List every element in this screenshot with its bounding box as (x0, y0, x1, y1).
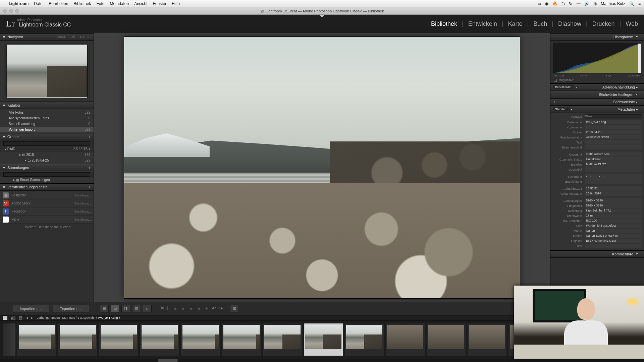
navigator-header[interactable]: Navigator Einpa. Ausfü. 1:1 3:1 (0, 33, 94, 41)
keyword-add-icon[interactable]: + (553, 99, 556, 105)
app-menu[interactable]: Lightroom (9, 1, 29, 6)
status-siri-icon[interactable]: ◎ (593, 1, 597, 6)
metadata-row[interactable]: Copyright-StatusUnbekannt (550, 157, 644, 162)
filmstrip-thumb[interactable] (468, 323, 506, 356)
status-user[interactable]: Matthias Butz (601, 1, 625, 6)
module-drucken[interactable]: Drucken (592, 20, 615, 27)
menu-datei[interactable]: Datei (34, 1, 43, 6)
main-display-icon[interactable] (3, 316, 7, 320)
nav-fit[interactable]: Einpa. (57, 35, 66, 39)
metadata-row[interactable]: Freigestellt5760 × 3840 (550, 203, 644, 208)
publish-service-row[interactable]: fFacebookEinrichten… (0, 207, 94, 216)
metadata-row[interactable]: BlitzWurde nicht ausgelöst (550, 223, 644, 228)
rotate-cw-icon[interactable]: ↷ (218, 305, 223, 312)
panel-collapse-top-icon[interactable] (319, 15, 325, 17)
nav-fwd-icon[interactable]: ▸ (31, 315, 33, 320)
publish-service-row[interactable]: ••FlickrEinrichten… (0, 216, 94, 224)
filmstrip-thumb[interactable] (181, 323, 220, 356)
metadata-header[interactable]: Standard▾ Metadaten (550, 106, 644, 113)
metadata-row[interactable]: Abmessungen5760 × 3840 (550, 198, 644, 203)
filmstrip-thumb[interactable] (140, 323, 179, 356)
katalog-row[interactable]: Alle Fotos322 (0, 110, 94, 115)
menu-bibliothek[interactable]: Bibliothek (73, 1, 91, 6)
status-spotlight-icon[interactable]: 🔍 (629, 1, 634, 6)
window-traffic-lights[interactable] (3, 9, 19, 13)
filmstrip-thumb[interactable] (345, 323, 384, 356)
second-display-icon[interactable]: 2 (11, 316, 15, 320)
metadata-row[interactable]: ObjektivEF17-40mm f/4L USM (550, 238, 644, 243)
nav-3to1[interactable]: 3:1 (87, 35, 91, 39)
view-compare-button[interactable]: ◨ (121, 305, 130, 312)
status-cc-icon[interactable]: ◉ (545, 1, 548, 6)
filmstrip-thumb[interactable] (99, 323, 138, 356)
metadata-row[interactable]: Belichtung¹⁄₃₂₀ Sek. bei f / 7,1 (550, 208, 644, 213)
katalog-row[interactable]: Schnellsammlung +0 (0, 121, 94, 127)
metadata-row[interactable]: ISO-Empfindl.ISO 100 (550, 218, 644, 223)
katalog-row[interactable]: Alle synchronisierten Fotos0 (0, 115, 94, 121)
filmstrip-stack-left[interactable] (3, 323, 15, 356)
metadata-row[interactable]: GPS (550, 243, 644, 248)
import-button[interactable]: Importieren… (13, 305, 49, 312)
metadata-row[interactable]: ModellCanon EOS 5D Mark III (550, 233, 644, 238)
menu-fenster[interactable]: Fenster (153, 1, 167, 6)
metadata-row[interactable]: DateinameIMG_2417.dng (550, 120, 644, 125)
metadata-row[interactable]: Copyrightmatthiasbutz.com (550, 152, 644, 157)
collection-filter-input[interactable] (3, 172, 90, 177)
filmstrip-thumb[interactable] (58, 323, 97, 356)
nav-back-icon[interactable]: ◂ (26, 315, 28, 320)
view-grid-button[interactable]: ▦ (100, 305, 109, 312)
flag-pick-icon[interactable]: ⚑ (160, 305, 164, 312)
filmstrip-thumb[interactable] (222, 323, 261, 356)
katalog-header[interactable]: Katalog (0, 102, 94, 109)
nav-1to1[interactable]: 1:1 (80, 35, 84, 39)
status-backblaze-icon[interactable]: 🔥 (552, 1, 557, 6)
ordner-header[interactable]: Ordner+ (0, 133, 94, 140)
module-web[interactable]: Web (626, 20, 638, 27)
module-diashow[interactable]: Diashow (558, 20, 581, 27)
view-loupe-button[interactable]: ▭ (111, 305, 119, 312)
katalog-row[interactable]: Vorheriger Import322 (0, 127, 94, 132)
navigator-preview[interactable] (7, 45, 87, 98)
status-display-icon[interactable]: ▭ (537, 1, 541, 6)
module-entwickeln[interactable]: Entwickeln (468, 20, 497, 27)
folder-row[interactable]: ▸ 🗀 2018322 (0, 152, 94, 158)
filmstrip-thumb[interactable] (263, 323, 302, 356)
crumb-source[interactable]: Vorheriger Import (37, 316, 60, 319)
rotate-ccw-icon[interactable]: ↶ (212, 305, 216, 312)
metadata-row[interactable]: ErstellerMatthias BUTZ (550, 162, 644, 167)
menu-foto[interactable]: Foto (96, 1, 104, 6)
flag-reject-icon[interactable]: ⚐ (166, 305, 171, 312)
keywordlist-header[interactable]: +Stichwortliste (550, 98, 644, 106)
menu-metadaten[interactable]: Metadaten (110, 1, 129, 6)
status-dropbox-icon[interactable]: ⬡ (561, 1, 565, 6)
grid-grow-icon[interactable]: ▦ (19, 315, 22, 320)
rating-stars[interactable]: ★ ★ ★ ★ ★ (173, 306, 210, 311)
nav-fill[interactable]: Ausfü. (68, 35, 77, 39)
metadata-row[interactable]: Kopiename (550, 125, 644, 130)
histogram-header[interactable]: Histogramm (550, 33, 644, 41)
menu-bearbeiten[interactable]: Bearbeiten (49, 1, 68, 6)
publish-more-link[interactable]: Weitere Dienste online suchen… (0, 224, 94, 230)
status-timemachine-icon[interactable]: ↻ (569, 1, 572, 6)
metadata-row[interactable]: MetadatenstatusAktuellster Stand (550, 135, 644, 140)
metadata-row[interactable]: MarkeCanon (550, 228, 644, 233)
volume-row[interactable]: ▸ RAID 2,5 / 8 TB ▾ (0, 146, 94, 152)
export-button[interactable]: Exportieren… (53, 305, 89, 312)
ordner-add-icon[interactable]: + (88, 134, 91, 139)
folder-row[interactable]: ▸ 🗀 2018-04-25322 (0, 158, 94, 163)
smart-collections-row[interactable]: ▸ ▦ Smart-Sammlungen (0, 177, 94, 183)
view-people-button[interactable]: ☺ (143, 305, 152, 312)
comments-header[interactable]: Kommentare (550, 250, 644, 258)
menu-hilfe[interactable]: Hilfe (172, 1, 180, 6)
view-survey-button[interactable]: ▥ (132, 305, 141, 312)
metadata-row[interactable]: Beschriftung (550, 179, 644, 184)
publish-service-row[interactable]: StAdobe StockEinrichten… (0, 199, 94, 207)
metadata-set-label[interactable]: Standard (553, 107, 570, 111)
loupe-image[interactable] (124, 37, 520, 298)
metadata-row[interactable]: Ordner2018-04-25 (550, 130, 644, 135)
face-tag-button[interactable]: ⊡ (230, 305, 239, 312)
metadata-row[interactable]: Aufnahmedatum25.04.2018 (550, 191, 644, 196)
filmstrip-thumb[interactable] (17, 323, 56, 356)
metadata-row[interactable]: Bildunterschrift (550, 145, 644, 150)
status-volume-icon[interactable]: 🔊 (584, 1, 589, 6)
